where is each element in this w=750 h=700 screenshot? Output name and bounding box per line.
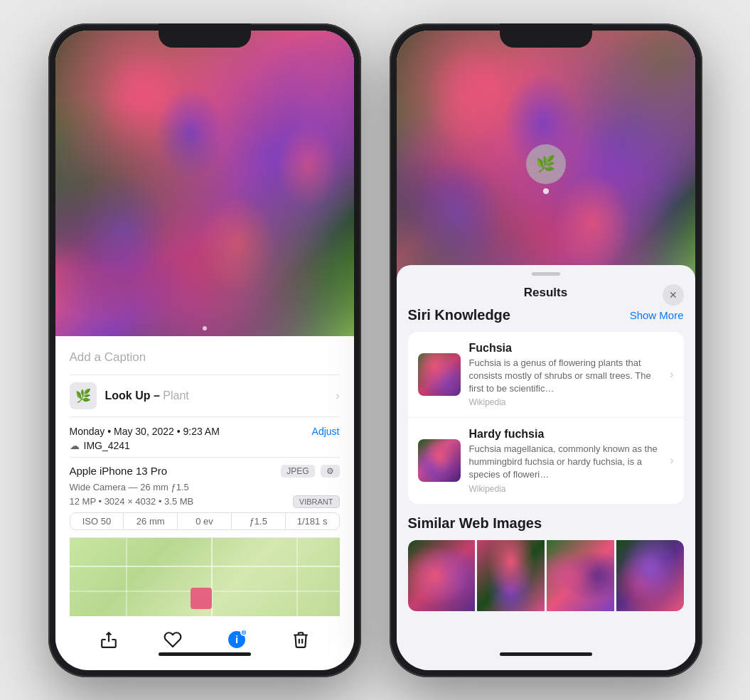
photo-area (55, 31, 354, 336)
volume-up-button (48, 176, 49, 225)
caption-placeholder[interactable]: Add a Caption (70, 346, 340, 375)
fuchsia-thumbnail (418, 353, 461, 396)
filename: IMG_4241 (84, 440, 130, 451)
results-header: Results ✕ (397, 276, 695, 307)
hardy-thumb-image (418, 439, 461, 482)
fuchsia-text: Fuchsia Fuchsia is a genus of flowering … (469, 342, 662, 408)
right-phone: 🌿 Results ✕ Siri Knowledg (390, 23, 702, 677)
home-indicator (159, 652, 251, 656)
camera-model-row: Apple iPhone 13 Pro JPEG ⚙ (70, 465, 340, 478)
info-area: Add a Caption 🌿 Look Up – Plant › Monday… (55, 336, 354, 626)
close-button[interactable]: ✕ (663, 284, 684, 306)
lookup-label: Look Up – Plant (105, 389, 189, 402)
visual-lookup-button[interactable]: 🌿 (526, 144, 566, 184)
results-content[interactable]: Siri Knowledge Show More Fuchsia Fuchsia… (397, 307, 695, 662)
lookup-row[interactable]: 🌿 Look Up – Plant › (70, 375, 340, 417)
visual-lookup-icon: 🌿 (70, 382, 97, 409)
hardy-fuchsia-source: Wikipedia (469, 484, 662, 494)
photo-indicator (203, 326, 207, 330)
format-badge: JPEG (281, 465, 314, 478)
lookup-subject: Plant (160, 389, 189, 402)
siri-knowledge-title: Siri Knowledge (408, 307, 510, 323)
right-home-indicator (500, 652, 592, 656)
adjust-button[interactable]: Adjust (312, 426, 340, 437)
similar-images-title: Similar Web Images (408, 515, 684, 532)
svg-text:i: i (235, 633, 237, 645)
results-title: Results (524, 286, 567, 300)
similar-image-3[interactable] (547, 540, 614, 611)
focal-value: 26 mm (124, 513, 178, 529)
hardy-fuchsia-text: Hardy fuchsia Fuchsia magellanica, commo… (469, 428, 662, 494)
share-button[interactable] (100, 630, 118, 649)
hardy-fuchsia-item[interactable]: Hardy fuchsia Fuchsia magellanica, commo… (408, 418, 684, 504)
left-phone-screen: Add a Caption 🌿 Look Up – Plant › Monday… (55, 31, 354, 670)
left-phone: Add a Caption 🌿 Look Up – Plant › Monday… (48, 23, 361, 677)
badge-row: JPEG ⚙ (281, 465, 339, 478)
hardy-fuchsia-description: Fuchsia magellanica, commonly known as t… (469, 443, 662, 482)
shutter-value: 1/181 s (286, 513, 339, 529)
right-photo-area: 🌿 (397, 31, 695, 301)
camera-specs-row: 12 MP • 3024 × 4032 • 3.5 MB VIBRANT (70, 495, 340, 508)
phones-container: Add a Caption 🌿 Look Up – Plant › Monday… (48, 23, 702, 677)
visual-lookup-dot (543, 188, 549, 194)
iso-value: ISO 50 (70, 513, 124, 529)
map-area[interactable] (70, 538, 340, 616)
photo-date: Monday • May 30, 2022 • 9:23 AM (70, 426, 220, 437)
bottom-toolbar: i (55, 623, 354, 649)
svg-rect-5 (191, 588, 212, 609)
results-panel: Results ✕ Siri Knowledge Show More (397, 265, 695, 670)
right-volume-down-button (390, 237, 390, 285)
cloud-icon: ☁ (70, 440, 80, 451)
similar-image-1[interactable] (408, 540, 476, 611)
aperture-value: ƒ1.5 (232, 513, 286, 529)
lens-detail: Wide Camera — 26 mm ƒ1.5 (70, 482, 340, 492)
mp-spec: 12 MP • 3024 × 4032 • 3.5 MB (70, 496, 194, 507)
fuchsia-name: Fuchsia (469, 342, 662, 355)
fuchsia-thumb-image (418, 353, 461, 396)
exif-row: ISO 50 26 mm 0 ev ƒ1.5 1/181 s (70, 512, 340, 530)
vibrant-badge: VIBRANT (293, 495, 340, 508)
right-power-button (702, 194, 702, 265)
siri-knowledge-card: Fuchsia Fuchsia is a genus of flowering … (408, 332, 684, 504)
fuchsia-description: Fuchsia is a genus of flowering plants t… (469, 357, 662, 396)
similar-images-section: Similar Web Images (408, 515, 684, 611)
hardy-fuchsia-chevron-icon: › (670, 454, 673, 467)
volume-down-button (48, 237, 49, 285)
right-mute-button (390, 137, 390, 163)
similar-images-grid (408, 540, 684, 611)
info-button[interactable]: i (227, 630, 246, 649)
show-more-button[interactable]: Show More (630, 309, 684, 321)
favorite-button[interactable] (164, 630, 182, 649)
ev-value: 0 ev (178, 513, 232, 529)
similar-image-2[interactable] (477, 540, 545, 611)
camera-settings-icon: ⚙ (321, 465, 340, 478)
hardy-fuchsia-name: Hardy fuchsia (469, 428, 662, 441)
meta-section: Monday • May 30, 2022 • 9:23 AM Adjust ☁… (70, 417, 340, 458)
meta-file-row: ☁ IMG_4241 (70, 440, 340, 451)
delete-button[interactable] (291, 630, 310, 649)
hardy-fuchsia-thumbnail (418, 439, 461, 482)
power-button (360, 194, 361, 265)
similar-image-4[interactable] (616, 540, 684, 611)
fuchsia-item[interactable]: Fuchsia Fuchsia is a genus of flowering … (408, 332, 684, 419)
lookup-chevron-icon: › (336, 389, 339, 402)
right-phone-screen: 🌿 Results ✕ Siri Knowledg (397, 31, 695, 670)
right-volume-up-button (390, 176, 390, 225)
meta-date-row: Monday • May 30, 2022 • 9:23 AM Adjust (70, 426, 340, 437)
camera-model: Apple iPhone 13 Pro (70, 465, 168, 477)
fuchsia-source: Wikipedia (469, 397, 662, 407)
siri-knowledge-header: Siri Knowledge Show More (408, 307, 684, 323)
mute-button (48, 137, 49, 163)
camera-section: Apple iPhone 13 Pro JPEG ⚙ Wide Camera —… (70, 458, 340, 538)
fuchsia-chevron-icon: › (670, 368, 673, 381)
